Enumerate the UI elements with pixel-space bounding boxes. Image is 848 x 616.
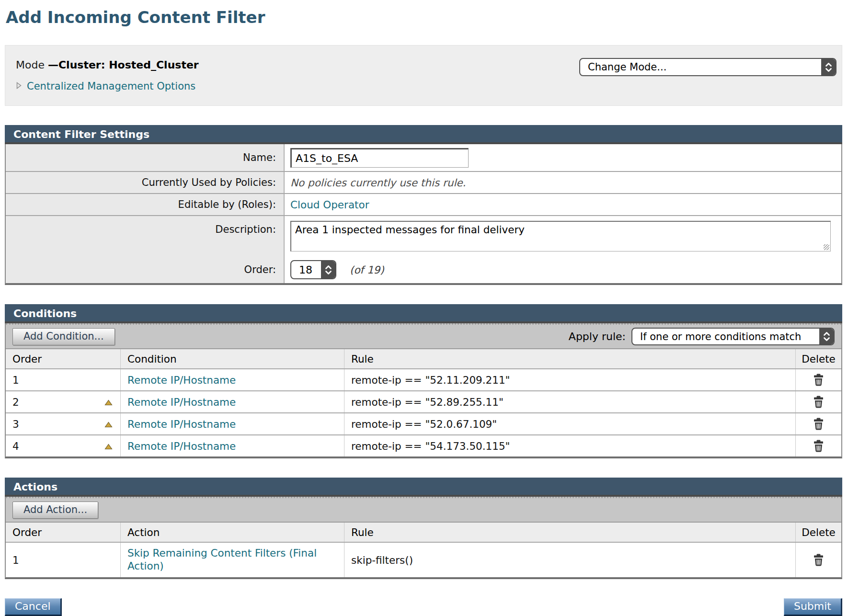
settings-panel-header: Content Filter Settings (5, 125, 842, 144)
apply-rule-label: Apply rule: (569, 331, 626, 342)
apply-rule-group: Apply rule: If one or more conditions ma… (569, 328, 835, 345)
description-label: Description: (6, 216, 285, 258)
select-spinner-icon (821, 59, 836, 75)
col-header-delete: Delete (795, 523, 841, 542)
settings-row-order: Order: 18 (of 19) (6, 255, 841, 283)
condition-order: 4 (12, 440, 19, 452)
condition-table-row: 2 Remote IP/Hostname remote-ip == "52.89… (6, 390, 841, 412)
mode-value: —Cluster: Hosted_Cluster (48, 59, 199, 71)
condition-rule: remote-ip == "54.173.50.115" (351, 440, 510, 452)
change-mode-selected-option: Change Mode... (580, 61, 674, 73)
col-header-rule: Rule (344, 349, 795, 368)
order-select[interactable]: 18 (290, 260, 336, 279)
cancel-button[interactable]: Cancel (5, 598, 62, 616)
conditions-panel-header: Conditions (5, 304, 842, 323)
condition-link[interactable]: Remote IP/Hostname (127, 418, 236, 430)
col-header-rule: Rule (344, 523, 795, 542)
apply-rule-selected-option: If one or more conditions match (632, 331, 809, 342)
name-label: Name: (6, 144, 285, 171)
textarea-resize-grip[interactable] (824, 244, 829, 250)
move-up-icon[interactable] (104, 440, 113, 452)
policies-value: No policies currently use this rule. (290, 177, 466, 189)
col-header-order: Order (6, 349, 120, 368)
move-up-icon[interactable] (104, 396, 113, 408)
page-title: Add Incoming Content Filter (6, 8, 842, 27)
submit-button[interactable]: Submit (784, 598, 842, 616)
delete-trash-icon[interactable] (813, 396, 825, 409)
condition-link[interactable]: Remote IP/Hostname (127, 440, 236, 452)
centralized-management-row: Centralized Management Options (16, 80, 831, 92)
condition-table-row: 3 Remote IP/Hostname remote-ip == "52.0.… (6, 412, 841, 434)
select-spinner-icon (321, 261, 335, 278)
action-order: 1 (12, 554, 19, 566)
condition-table-row: 1 Remote IP/Hostname remote-ip == "52.11… (6, 368, 841, 390)
name-input[interactable] (290, 148, 469, 168)
page-container: Add Incoming Content Filter Mode —Cluste… (5, 8, 842, 616)
settings-row-policies: Currently Used by Policies: No policies … (6, 171, 841, 193)
order-total: (of 19) (350, 264, 384, 276)
mode-label: Mode (16, 59, 45, 71)
conditions-toolbar: Add Condition... Apply rule: If one or m… (6, 323, 841, 348)
policies-label: Currently Used by Policies: (6, 172, 285, 193)
col-header-condition: Condition (120, 349, 344, 368)
settings-row-description: Description: Area 1 inspected messages f… (6, 215, 841, 255)
condition-rule: remote-ip == "52.11.209.211" (351, 374, 510, 386)
delete-trash-icon[interactable] (813, 554, 825, 567)
delete-trash-icon[interactable] (813, 374, 825, 387)
condition-link[interactable]: Remote IP/Hostname (127, 396, 236, 408)
settings-row-editable: Editable by (Roles): Cloud Operator (6, 193, 841, 215)
condition-order: 2 (12, 396, 19, 408)
condition-order: 1 (12, 374, 19, 386)
description-textarea[interactable]: Area 1 inspected messages for final deli… (290, 221, 831, 251)
col-header-order: Order (6, 523, 120, 542)
settings-row-name: Name: (6, 144, 841, 171)
apply-rule-select[interactable]: If one or more conditions match (631, 328, 835, 345)
condition-table-row: 4 Remote IP/Hostname remote-ip == "54.17… (6, 434, 841, 456)
actions-toolbar: Add Action... (6, 497, 841, 522)
change-mode-select[interactable]: Change Mode... (579, 58, 837, 76)
select-spinner-icon (819, 329, 834, 344)
order-label: Order: (6, 256, 285, 283)
centralized-management-options-link[interactable]: Centralized Management Options (27, 80, 195, 92)
action-link[interactable]: Skip Remaining Content Filters (Final Ac… (127, 547, 317, 572)
condition-order: 3 (12, 418, 19, 430)
mode-panel: Mode —Cluster: Hosted_Cluster Change Mod… (5, 45, 842, 106)
delete-trash-icon[interactable] (813, 440, 825, 453)
delete-trash-icon[interactable] (813, 418, 825, 431)
action-rule: skip-filters() (351, 554, 413, 566)
condition-rule: remote-ip == "52.0.67.109" (351, 418, 497, 430)
actions-panel: Actions Add Action... Order Action Rule … (5, 478, 842, 579)
actions-panel-header: Actions (5, 478, 842, 497)
content-filter-settings-panel: Content Filter Settings Name: Currently … (5, 125, 842, 285)
editable-label: Editable by (Roles): (6, 194, 285, 215)
conditions-panel: Conditions Add Condition... Apply rule: … (5, 304, 842, 458)
expand-triangle-icon[interactable] (16, 81, 22, 91)
move-up-icon[interactable] (104, 418, 113, 430)
conditions-table-header: Order Condition Rule Delete (6, 348, 841, 368)
order-selected-value: 18 (291, 264, 312, 276)
add-condition-button[interactable]: Add Condition... (12, 328, 115, 345)
condition-rule: remote-ip == "52.89.255.11" (351, 396, 504, 408)
footer-bar: Cancel Submit (5, 598, 842, 616)
add-action-button[interactable]: Add Action... (12, 502, 98, 519)
col-header-action: Action (120, 523, 344, 542)
action-table-row: 1 Skip Remaining Content Filters (Final … (6, 542, 841, 577)
actions-table-header: Order Action Rule Delete (6, 522, 841, 542)
col-header-delete: Delete (795, 349, 841, 368)
condition-link[interactable]: Remote IP/Hostname (127, 374, 236, 386)
cloud-operator-link[interactable]: Cloud Operator (290, 199, 369, 211)
